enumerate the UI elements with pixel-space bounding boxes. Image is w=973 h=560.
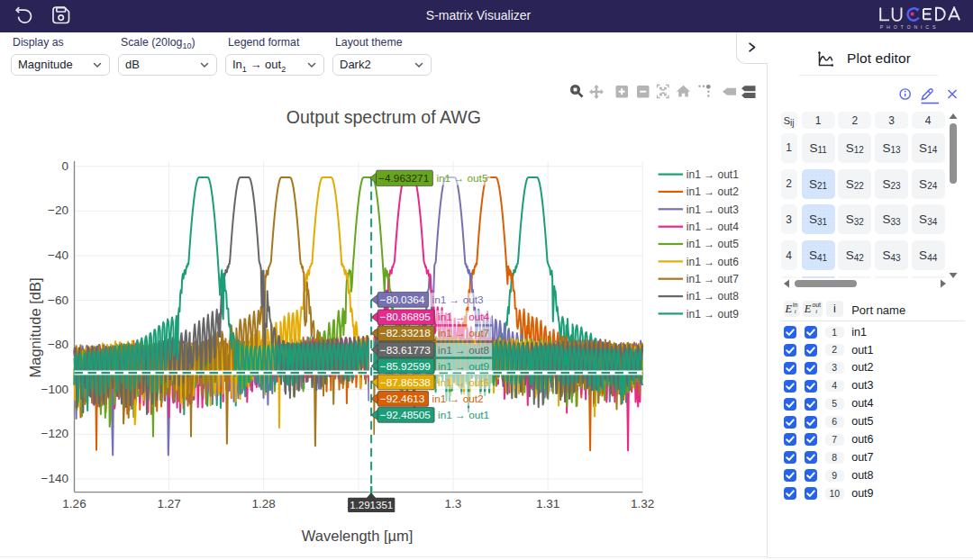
svg-text:in1 → out5: in1 → out5 (687, 238, 739, 250)
svg-text:in1 → out2: in1 → out2 (432, 393, 484, 405)
svg-text:−80.0364: −80.0364 (380, 294, 425, 306)
svg-text:−120: −120 (41, 427, 68, 440)
svg-text:−100: −100 (41, 383, 68, 396)
svg-text:0: 0 (61, 159, 68, 173)
svg-text:in1 → out7: in1 → out7 (687, 273, 739, 285)
svg-text:in1 → out4: in1 → out4 (687, 221, 739, 233)
svg-text:−83.61773: −83.61773 (380, 344, 432, 357)
svg-text:in1 → out6: in1 → out6 (438, 376, 489, 389)
svg-text:−4.963271: −4.963271 (378, 172, 429, 185)
svg-text:1.27: 1.27 (157, 497, 180, 510)
svg-text:Magnitude [dB]: Magnitude [dB] (27, 278, 43, 378)
svg-text:in1 → out5: in1 → out5 (436, 172, 487, 185)
svg-text:−40: −40 (48, 248, 68, 262)
svg-text:−80.86895: −80.86895 (380, 311, 432, 323)
svg-text:in1 → out1: in1 → out1 (438, 409, 489, 421)
svg-text:−85.92599: −85.92599 (380, 360, 431, 373)
svg-text:1.3: 1.3 (445, 497, 462, 510)
svg-text:1.32: 1.32 (631, 497, 654, 510)
svg-text:in1 → out6: in1 → out6 (687, 256, 739, 268)
svg-text:in1 → out8: in1 → out8 (687, 290, 739, 303)
svg-text:in1 → out2: in1 → out2 (687, 185, 739, 198)
svg-text:−80: −80 (48, 338, 68, 351)
svg-text:−92.48505: −92.48505 (380, 409, 432, 421)
svg-text:in1 → out9: in1 → out9 (438, 360, 489, 373)
svg-text:in1 → out9: in1 → out9 (687, 308, 739, 321)
svg-text:in1 → out7: in1 → out7 (438, 327, 489, 339)
svg-text:−60: −60 (48, 294, 68, 307)
svg-text:−20: −20 (48, 203, 68, 217)
svg-text:in1 → out1: in1 → out1 (687, 168, 739, 181)
svg-text:−82.33218: −82.33218 (380, 327, 432, 339)
svg-text:−92.4613: −92.4613 (380, 393, 425, 405)
svg-text:−87.86538: −87.86538 (380, 376, 432, 389)
svg-text:Wavelength [µm]: Wavelength [µm] (302, 528, 414, 544)
svg-text:−140: −140 (41, 472, 68, 485)
svg-text:in1 → out3: in1 → out3 (432, 294, 484, 306)
svg-text:1.26: 1.26 (62, 497, 86, 510)
svg-text:1.291351: 1.291351 (350, 500, 393, 510)
svg-text:in1 → out8: in1 → out8 (438, 344, 489, 357)
svg-text:in1 → out3: in1 → out3 (687, 203, 739, 216)
svg-text:in1 → out4: in1 → out4 (438, 311, 489, 323)
svg-text:PHOTONICS: PHOTONICS (880, 23, 940, 29)
svg-text:1.28: 1.28 (252, 497, 276, 510)
svg-text:Output spectrum of AWG: Output spectrum of AWG (286, 107, 481, 127)
svg-text:1.31: 1.31 (536, 497, 559, 510)
